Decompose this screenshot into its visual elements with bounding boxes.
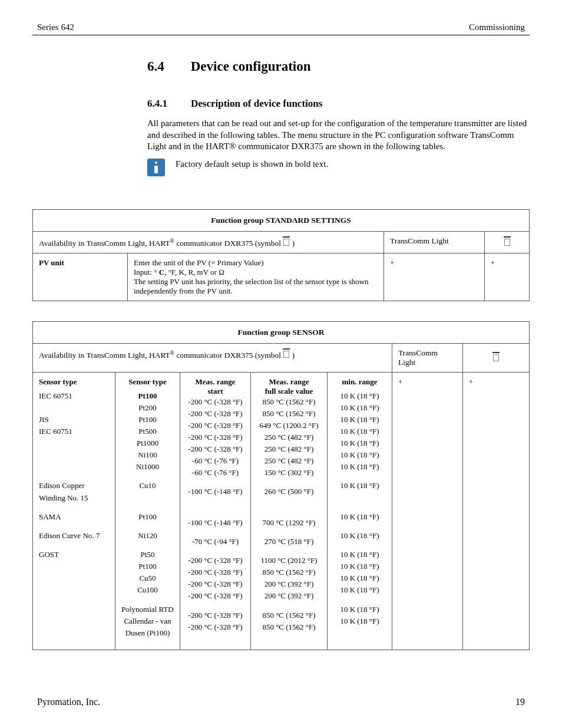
col-meas-full: Meas. rangefull scale value850 °C (1562 …: [251, 372, 328, 650]
section-heading: 6.4 Device configuration: [147, 59, 530, 74]
t1-availability: Availability in TransComm Light, HART® c…: [33, 231, 384, 253]
t2-transcomm-col: TransComm Light: [392, 343, 463, 372]
header-rule: [32, 35, 530, 35]
footer-page: 19: [515, 697, 525, 707]
header-right: Commissioning: [469, 22, 525, 32]
t1-device-col: [485, 231, 530, 253]
t2-group-header: Function group SENSOR: [33, 321, 530, 343]
sensor-table: Function group SENSOR Availability in Tr…: [32, 321, 530, 651]
pv-unit-dev: +: [485, 253, 530, 301]
device-symbol-icon: [283, 236, 290, 246]
device-symbol-icon: [283, 348, 290, 358]
note-row: Factory default setup is shown in bold t…: [147, 159, 530, 176]
page-footer: Pyromation, Inc. 19: [37, 697, 525, 707]
pv-unit-desc: Enter the unit of the PV (= Primary Valu…: [128, 253, 384, 301]
footer-left: Pyromation, Inc.: [37, 697, 100, 707]
intro-text: All parameters that can be read out and …: [147, 118, 527, 151]
t2-column-headers: Sensor typeIEC 60751 JISIEC 60751 Edison…: [33, 372, 530, 650]
device-symbol-icon: [492, 352, 500, 361]
intro-paragraph: All parameters that can be read out and …: [147, 118, 530, 153]
col-meas-start: Meas. rangestart-200 °C (-328 °F)-200 °C…: [180, 372, 251, 650]
section-number: 6.4: [147, 59, 164, 74]
t2-device-col: [463, 343, 530, 372]
header-left: Series 642: [37, 22, 74, 32]
pv-unit-tc: +: [384, 253, 485, 301]
standard-settings-table: Function group STANDARD SETTINGS Availab…: [32, 209, 530, 301]
col-min-range: min. range10 K (18 °F)10 K (18 °F)10 K (…: [328, 372, 392, 650]
t1-transcomm-col: TransComm Light: [384, 231, 485, 253]
col-sensor-type-b: Sensor typePt100Pt200Pt100Pt500Pt1000Ni1…: [115, 372, 180, 650]
col-sensor-type-a: Sensor typeIEC 60751 JISIEC 60751 Edison…: [33, 372, 115, 650]
t1-group-header: Function group STANDARD SETTINGS: [33, 209, 530, 231]
device-symbol-icon: [504, 236, 511, 246]
t2-availability: Availability in TransComm Light, HART® c…: [33, 343, 392, 372]
subsection-title-text: Description of device functions: [191, 98, 322, 110]
col-tc-plus: +: [392, 372, 463, 650]
subsection-heading: 6.4.1 Description of device functions: [147, 98, 530, 110]
note-text: Factory default setup is shown in bold t…: [176, 159, 328, 170]
info-icon: [147, 159, 165, 176]
pv-unit-label: PV unit: [39, 258, 64, 267]
subsection-number: 6.4.1: [147, 98, 167, 110]
col-dev-plus: +: [463, 372, 530, 650]
section-title-text: Device configuration: [191, 59, 311, 74]
